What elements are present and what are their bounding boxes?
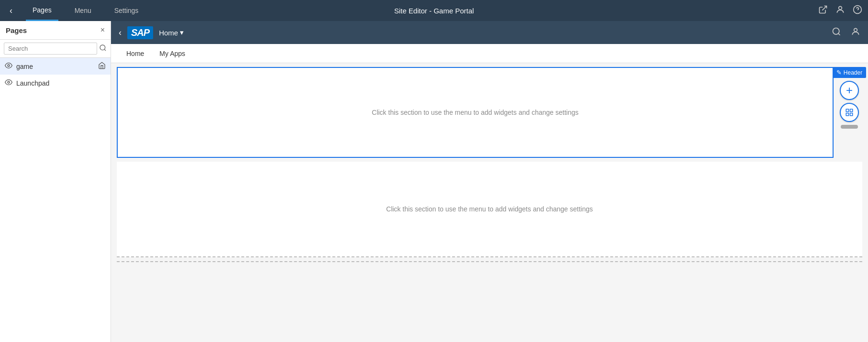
page-title: Site Editor - Game Portal <box>394 7 474 15</box>
content-area: ‹ SAP Home ▾ Home My Apps <box>111 21 868 342</box>
tab-menu[interactable]: Menu <box>68 0 98 21</box>
sidebar: Pages × game Launchpad <box>0 21 111 342</box>
sidebar-item-launchpad-label: Launchpad <box>16 79 106 87</box>
sap-header: ‹ SAP Home ▾ <box>111 21 868 44</box>
section-1-outer: Click this section to use the menu to ad… <box>117 67 862 158</box>
svg-point-10 <box>854 28 857 32</box>
section-2-outer: Click this section to use the menu to ad… <box>117 162 862 257</box>
header-label-btn[interactable]: ✎ Header <box>833 67 866 78</box>
site-nav: Home My Apps <box>111 44 868 63</box>
home-icon-game <box>98 62 106 71</box>
scroll-handle[interactable] <box>841 125 858 129</box>
svg-rect-13 <box>846 113 848 116</box>
section-2[interactable]: Click this section to use the menu to ad… <box>117 162 862 257</box>
user-icon[interactable] <box>835 5 845 17</box>
header-label-text: Header <box>844 69 862 76</box>
sidebar-item-launchpad[interactable]: Launchpad <box>0 75 111 91</box>
sap-logo: SAP <box>127 26 153 39</box>
main-layout: Pages × game Launchpad <box>0 21 868 342</box>
sap-back-button[interactable]: ‹ <box>119 28 122 38</box>
sap-search-icon[interactable] <box>832 27 841 39</box>
sap-user-icon[interactable] <box>851 27 860 39</box>
site-nav-home[interactable]: Home <box>119 44 152 63</box>
pencil-icon: ✎ <box>836 69 842 76</box>
help-icon[interactable] <box>853 5 862 17</box>
top-nav-left: ‹ Pages Menu Settings <box>6 0 145 21</box>
section-1[interactable]: Click this section to use the menu to ad… <box>117 67 834 158</box>
search-icon[interactable] <box>99 44 107 53</box>
svg-line-0 <box>822 6 826 10</box>
site-nav-myapps[interactable]: My Apps <box>152 44 193 63</box>
svg-rect-12 <box>850 109 853 111</box>
preview-sections: Click this section to use the menu to ad… <box>111 63 868 342</box>
svg-rect-14 <box>850 113 853 116</box>
svg-point-7 <box>8 81 10 83</box>
sidebar-item-game[interactable]: game <box>0 58 111 75</box>
eye-icon-launchpad <box>5 78 12 88</box>
top-nav-right <box>818 5 862 17</box>
grid-settings-button[interactable] <box>840 103 859 122</box>
sap-home-dropdown-icon: ▾ <box>180 28 184 37</box>
svg-point-4 <box>100 45 105 50</box>
svg-rect-11 <box>846 109 848 111</box>
sap-header-right <box>832 27 860 39</box>
sidebar-header: Pages × <box>0 21 111 40</box>
external-link-icon[interactable] <box>818 5 828 17</box>
site-preview: ‹ SAP Home ▾ Home My Apps <box>111 21 868 342</box>
tab-settings[interactable]: Settings <box>108 0 145 21</box>
sap-home-text: Home <box>159 29 178 37</box>
eye-icon-game <box>5 62 12 71</box>
sidebar-item-game-label: game <box>16 63 98 70</box>
sap-home-label[interactable]: Home ▾ <box>159 28 184 37</box>
section-2-placeholder: Click this section to use the menu to ad… <box>386 205 593 213</box>
search-input[interactable] <box>4 43 97 55</box>
section-1-toolbar: ✎ Header + <box>836 67 862 129</box>
add-widget-button[interactable]: + <box>840 81 859 100</box>
sidebar-title: Pages <box>6 26 27 34</box>
svg-point-6 <box>8 65 10 66</box>
sidebar-search-wrap <box>0 40 111 58</box>
bottom-divider <box>117 261 862 262</box>
sidebar-close-button[interactable]: × <box>100 26 105 34</box>
tab-pages[interactable]: Pages <box>26 0 58 21</box>
svg-point-8 <box>833 28 839 34</box>
top-nav: ‹ Pages Menu Settings Site Editor - Game… <box>0 0 868 21</box>
svg-point-1 <box>839 6 842 10</box>
section-1-placeholder: Click this section to use the menu to ad… <box>372 109 579 116</box>
svg-line-9 <box>838 33 840 35</box>
svg-line-5 <box>104 49 106 51</box>
back-button[interactable]: ‹ <box>6 4 16 18</box>
